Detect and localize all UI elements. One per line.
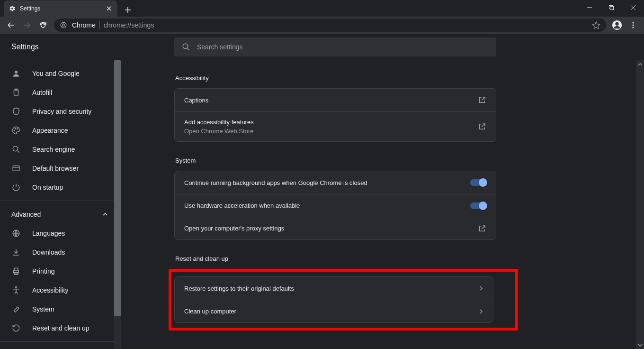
window-minimize-button[interactable]	[579, 0, 600, 15]
sidebar-item-autofill[interactable]: Autofill	[0, 83, 114, 102]
row-hardware-acceleration[interactable]: Use hardware acceleration when available	[175, 194, 496, 217]
svg-point-5	[615, 22, 618, 26]
sidebar-item-accessibility[interactable]: Accessibility	[0, 281, 114, 300]
open-external-icon	[478, 122, 486, 131]
browser-titlebar: Settings	[0, 0, 644, 17]
power-icon	[11, 183, 21, 192]
svg-point-16	[13, 146, 18, 151]
url-origin: Chrome	[72, 21, 96, 29]
scroll-up-icon[interactable]	[636, 60, 644, 68]
sidebar-item-you-and-google[interactable]: You and Google	[0, 64, 114, 83]
svg-rect-17	[13, 166, 19, 171]
address-bar[interactable]: Chrome chrome://settings	[54, 18, 606, 32]
settings-search-box[interactable]	[174, 37, 496, 56]
reload-button[interactable]	[35, 18, 51, 32]
sidebar-item-system[interactable]: System	[0, 300, 114, 319]
search-icon	[182, 43, 190, 51]
svg-point-3	[63, 24, 65, 27]
content-scrollbar[interactable]	[636, 60, 644, 349]
sidebar-item-languages[interactable]: Languages	[0, 224, 114, 243]
section-title-accessibility: Accessibility	[175, 74, 496, 82]
row-label: Continue running background apps when Go…	[184, 179, 367, 186]
row-label: Open your computer's proxy settings	[184, 225, 284, 232]
settings-search-input[interactable]	[197, 43, 489, 51]
globe-icon	[11, 229, 21, 238]
new-tab-button[interactable]	[121, 3, 134, 17]
svg-point-14	[15, 129, 16, 129]
sidebar-advanced-toggle[interactable]: Advanced	[0, 205, 121, 224]
sidebar-scrollbar[interactable]	[114, 60, 121, 349]
scroll-down-icon[interactable]	[636, 341, 644, 349]
row-proxy-settings[interactable]: Open your computer's proxy settings	[175, 217, 496, 239]
window-controls	[579, 0, 644, 15]
chrome-icon	[60, 21, 67, 29]
sidebar-divider	[0, 341, 121, 342]
back-button[interactable]	[3, 18, 19, 32]
sidebar-item-label: Downloads	[32, 248, 65, 256]
person-icon	[11, 69, 21, 78]
svg-rect-20	[14, 268, 18, 270]
section-title-system: System	[175, 157, 496, 164]
url-path: chrome://settings	[104, 21, 592, 29]
sidebar-item-default-browser[interactable]: Default browser	[0, 159, 114, 178]
row-background-apps[interactable]: Continue running background apps when Go…	[175, 171, 496, 194]
row-clean-up-computer[interactable]: Clean up computer	[175, 300, 493, 322]
svg-point-9	[183, 44, 188, 49]
browser-icon	[11, 164, 21, 173]
sidebar-item-privacy[interactable]: Privacy and security	[0, 102, 114, 121]
forward-button[interactable]	[19, 18, 35, 32]
clipboard-icon	[11, 88, 21, 97]
settings-content: Accessibility Captions Add accessibility…	[121, 60, 644, 349]
sidebar-item-label: Printing	[32, 267, 54, 275]
sidebar-item-reset[interactable]: Reset and clean up	[0, 319, 114, 338]
close-tab-button[interactable]	[105, 5, 113, 12]
sidebar-item-label: Search engine	[32, 146, 75, 153]
chrome-menu-button[interactable]	[625, 18, 641, 32]
toggle-hardware-acceleration[interactable]	[470, 202, 486, 209]
reset-card: Restore settings to their original defau…	[174, 276, 493, 323]
chevron-up-icon	[102, 211, 108, 217]
svg-point-22	[16, 287, 17, 288]
sidebar-item-label: Appearance	[32, 127, 68, 134]
row-label: Use hardware acceleration when available	[184, 202, 300, 209]
sidebar-item-label: Default browser	[32, 165, 79, 172]
bookmark-star-icon[interactable]	[592, 21, 600, 29]
chevron-right-icon	[479, 286, 483, 291]
browser-tab[interactable]: Settings	[4, 0, 117, 17]
settings-sidebar: You and Google Autofill Privacy and secu…	[0, 60, 121, 349]
svg-point-10	[15, 71, 18, 73]
svg-point-8	[633, 27, 634, 28]
sidebar-item-appearance[interactable]: Appearance	[0, 121, 114, 140]
svg-point-15	[17, 129, 18, 129]
annotation-highlight: Restore settings to their original defau…	[169, 269, 518, 331]
sidebar-item-downloads[interactable]: Downloads	[0, 243, 114, 262]
row-captions[interactable]: Captions	[175, 89, 496, 111]
system-card: Continue running background apps when Go…	[174, 171, 496, 240]
sidebar-item-printing[interactable]: Printing	[0, 262, 114, 281]
toggle-background-apps[interactable]	[470, 179, 486, 186]
chevron-right-icon	[479, 309, 483, 314]
row-restore-defaults[interactable]: Restore settings to their original defau…	[175, 277, 493, 300]
sidebar-item-label: Reset and clean up	[32, 324, 89, 332]
scrollbar-thumb[interactable]	[114, 60, 121, 316]
profile-button[interactable]	[609, 18, 625, 32]
window-close-button[interactable]	[622, 0, 644, 15]
svg-rect-1	[610, 7, 614, 10]
row-label: Clean up computer	[184, 308, 236, 315]
settings-page-title: Settings	[0, 43, 121, 51]
svg-point-7	[633, 25, 634, 26]
sidebar-item-label: On startup	[32, 184, 63, 191]
sidebar-item-label: Privacy and security	[32, 108, 91, 115]
download-icon	[11, 248, 21, 257]
restore-icon	[11, 323, 21, 333]
sidebar-item-on-startup[interactable]: On startup	[0, 178, 114, 197]
sidebar-item-label: Accessibility	[32, 286, 68, 294]
open-external-icon	[478, 96, 486, 104]
row-add-accessibility[interactable]: Add accessibility features Open Chrome W…	[175, 111, 496, 141]
wrench-icon	[11, 304, 21, 314]
sidebar-item-label: Autofill	[32, 89, 52, 96]
open-external-icon	[478, 224, 486, 233]
svg-point-13	[14, 130, 15, 131]
sidebar-item-search-engine[interactable]: Search engine	[0, 140, 114, 159]
window-maximize-button[interactable]	[600, 0, 622, 15]
